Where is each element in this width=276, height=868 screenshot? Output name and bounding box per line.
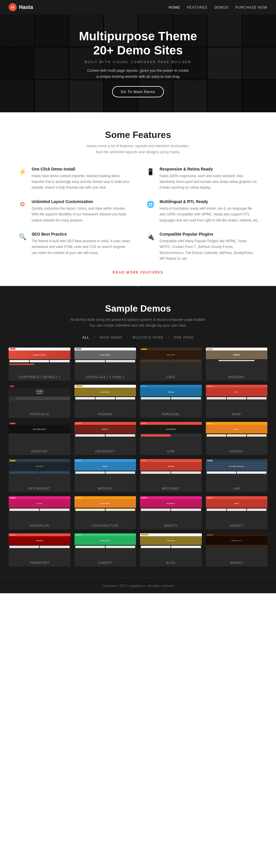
feature-item: 🔌 Compatible Popular Plugins Compatible … [145, 232, 259, 262]
footer: Copyright © 2017 | wpgalaxy.co. All righ… [0, 578, 276, 593]
features-subtitle: Hasta come a lot of features, layouts an… [17, 143, 259, 155]
demo-thumb-beauty: BE BEAUTIFUL [140, 496, 202, 522]
demo-label-corporate: CORPORATE ( DEFAULT ) [9, 374, 70, 381]
demo-card-beauty[interactable]: BE BEAUTIFUL BEAUTY [140, 496, 202, 529]
demo-thumb-restaurant: Grand Dine [9, 459, 70, 485]
demo-label-blog: BLOG [140, 559, 202, 566]
demo-card-corporate[interactable]: AWESOME FEATURES CORPORATE ( DEFAULT ) [9, 348, 70, 381]
demo-label-personal: PERSONAL [140, 411, 202, 418]
feature-desc: The theme is built with SEO best practic… [32, 238, 131, 256]
demo-label-beauty: BEAUTY [140, 522, 202, 529]
demo-label-fashion: FASHION [74, 411, 136, 418]
filter-one-page[interactable]: ONE PAGE [174, 336, 194, 340]
demo-card-charity[interactable]: DONATE TO HELP CHARITY [74, 533, 136, 566]
hero-cta-button[interactable]: Go To Main Demo [112, 86, 164, 97]
demo-thumb-mechanic: MECHANIC [140, 459, 202, 485]
demo-thumb-personal: PERSONAL [140, 385, 202, 411]
demo-label-university: UNIVERSITY [74, 448, 136, 455]
filter-multiple-page[interactable]: MULTIPLE PAGE [133, 336, 163, 340]
demo-label-grayscale: GRAYSCALE ( 5 HOME ) [74, 374, 136, 381]
demo-card-agency[interactable]: AGENCY AGENCY [206, 496, 268, 529]
demos-grid: AWESOME FEATURES CORPORATE ( DEFAULT ) [9, 348, 267, 566]
nav-features[interactable]: FEATURES [187, 5, 208, 9]
demo-thumb-medical: MEDICAL [74, 459, 136, 485]
demo-thumb-fashion: HASTA FASHION [74, 385, 136, 411]
demo-card-blog[interactable]: Charlotte Blog BLOG [140, 533, 202, 566]
filter-main-demo[interactable]: MAIN DEMO [100, 336, 122, 340]
demo-thumb-charity: DONATE TO HELP [74, 533, 136, 559]
demo-card-law[interactable]: WELCOME TO HASTA LAW LAW [206, 459, 268, 492]
demo-card-creative[interactable]: BEST DIGITAL AGENCY CREATIVE [9, 422, 70, 455]
demo-card-fashion[interactable]: HASTA FASHION FASHION [74, 385, 136, 418]
hero-section: Multipurpose Theme 20+ Demo Sites BUILT … [0, 14, 276, 112]
demo-label-charity: CHARITY [74, 559, 136, 566]
nav-purchase[interactable]: PURCHASE NOW [236, 5, 267, 9]
hero-description: Comes with multi page layouts, gives you… [86, 68, 190, 80]
demo-card-school[interactable]: SCHOOL SCHOOL [206, 422, 268, 455]
demo-thumb-law: WELCOME TO HASTA LAW [206, 459, 268, 485]
demo-label-portfolio: PORTFOLIO [9, 411, 70, 418]
layout-icon: ⚙ [17, 199, 28, 210]
demo-card-medical[interactable]: MEDICAL MEDICAL [74, 459, 136, 492]
read-more-features-link[interactable]: READ MORE FEATURES [17, 271, 259, 275]
one-click-icon: ⚡ [17, 167, 28, 177]
filter-all[interactable]: ALL [82, 336, 89, 340]
demo-thumb-transport: TRANSPORT [9, 533, 70, 559]
feature-item: 📱 Responsive & Retina Ready Hasta 100% r… [145, 167, 259, 191]
demo-card-portfolio[interactable]: WELCOMETO OUR HASTACREATIVE PORTFOLIO [9, 385, 70, 418]
features-grid: ⚡ One Click Demo Install Hasta have demo… [17, 167, 259, 262]
feature-title: SEO Best Practice [32, 232, 131, 237]
brand-icon: H [9, 3, 17, 11]
demo-label-mechanic: MECHANIC [140, 485, 202, 492]
feature-desc: Hasta have demo content importer, indust… [32, 173, 131, 191]
demo-card-gym[interactable]: BE AN INSPIRING GYM [140, 422, 202, 455]
demo-thumb-hairsalon: Hair Style [9, 496, 70, 522]
demo-card-cafe[interactable]: Hasta CAFE CAFE [140, 348, 202, 381]
demo-card-personal[interactable]: PERSONAL PERSONAL [140, 385, 202, 418]
demo-thumb-grayscale: WE ARE CREATIVE [74, 348, 136, 374]
features-title: Some Features [17, 130, 259, 140]
nav-home[interactable]: HOME [169, 5, 180, 9]
feature-desc: Quickly customize the layout, colors, an… [32, 206, 131, 223]
demo-card-university[interactable]: UNIVERSITY UNIVERSITY [74, 422, 136, 455]
demo-card-mechanic[interactable]: MECHANIC MECHANIC [140, 459, 202, 492]
feature-item: ⚡ One Click Demo Install Hasta have demo… [17, 167, 131, 191]
footer-copyright: Copyright © 2017 | wpgalaxy.co. All righ… [6, 584, 270, 588]
demo-card-grayscale[interactable]: WE ARE CREATIVE GRAYSCALE ( 5 HOME ) [74, 348, 136, 381]
responsive-icon: 📱 [145, 167, 156, 177]
demo-thumb-winery: WINE WITH STYLE [206, 533, 268, 559]
demo-label-hairsalon: HAIRSALON [9, 522, 70, 529]
demo-card-restaurant[interactable]: Grand Dine RESTAURANT [9, 459, 70, 492]
demo-thumb-gym: BE AN INSPIRING [140, 422, 202, 448]
demo-thumb-blog: Charlotte Blog [140, 533, 202, 559]
demo-thumb-portfolio: WELCOMETO OUR HASTACREATIVE [9, 385, 70, 411]
demo-card-hairsalon[interactable]: Hair Style HAIRSALON [9, 496, 70, 529]
demo-card-shop[interactable]: SHOP SHOP [206, 385, 268, 418]
demo-thumb-corporate: AWESOME FEATURES [9, 348, 70, 374]
demo-label-wedding: WEDDING [206, 374, 268, 381]
demo-card-transport[interactable]: TRANSPORT TRANSPORT [9, 533, 70, 566]
demo-thumb-construction: CONSTRUCTION [74, 496, 136, 522]
feature-desc: Hasta 100% responsive, each and every el… [160, 173, 259, 191]
demo-card-winery[interactable]: WINE WITH STYLE WINERY [206, 533, 268, 566]
demo-label-construction: CONSTRUCTION [74, 522, 136, 529]
demos-title: Sample Demos [9, 303, 267, 314]
demo-label-creative: CREATIVE [9, 448, 70, 455]
feature-desc: Compatible with Many Popular Plugins lik… [160, 238, 259, 262]
feature-title: One Click Demo Install [32, 167, 131, 172]
demos-filter: ALL / MAIN DEMO / MULTIPLE PAGE / ONE PA… [9, 336, 267, 340]
seo-icon: 🔍 [17, 232, 28, 242]
demo-thumb-cafe: Hasta CAFE [140, 348, 202, 374]
hero-content: Multipurpose Theme 20+ Demo Sites BUILT … [79, 29, 197, 97]
demo-label-law: LAW [206, 485, 268, 492]
demo-card-wedding[interactable]: WEDDING WEDDING [206, 348, 268, 381]
nav-demos[interactable]: DEMOS [214, 5, 229, 9]
demo-card-construction[interactable]: CONSTRUCTION CONSTRUCTION [74, 496, 136, 529]
demo-thumb-shop: SHOP [206, 385, 268, 411]
demos-subtitle: All demos built using the powerful optio… [9, 317, 267, 329]
feature-item: ⚙ Unlimited Layout Customization Quickly… [17, 199, 131, 223]
navbar: H Hasta HOME FEATURES DEMOS PURCHASE NOW [0, 0, 276, 14]
multilingual-icon: 🌐 [145, 199, 156, 210]
feature-desc: Hasta is translation ready with inlude .… [160, 206, 259, 223]
feature-title: Compatible Popular Plugins [160, 232, 259, 237]
